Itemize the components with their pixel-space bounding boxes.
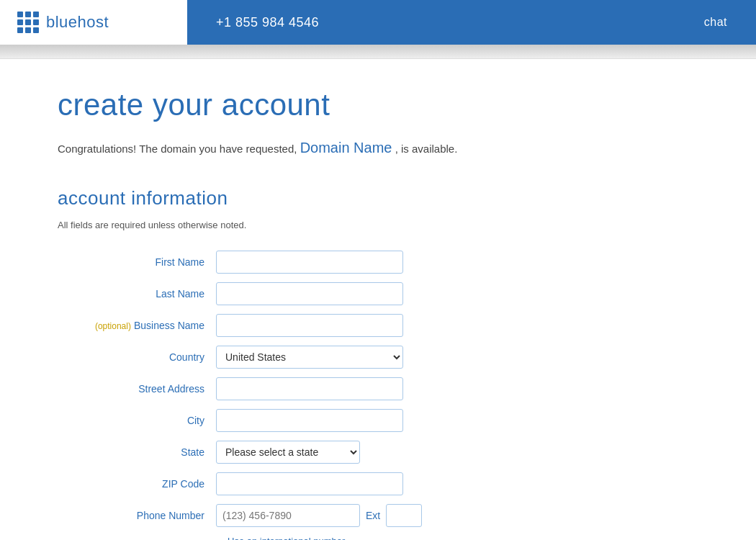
country-label: Country — [58, 351, 216, 363]
domain-notice-prefix: Congratulations! The domain you have req… — [58, 143, 297, 155]
country-select[interactable]: United States Canada United Kingdom Aust… — [216, 346, 403, 369]
ext-input[interactable] — [386, 504, 422, 527]
street-address-label: Street Address — [58, 383, 216, 395]
business-name-label: (optional)Business Name — [58, 320, 216, 331]
street-address-input[interactable] — [216, 377, 403, 400]
chat-button[interactable]: chat — [675, 16, 756, 29]
first-name-label: First Name — [58, 256, 216, 268]
zip-input[interactable] — [216, 472, 403, 495]
state-select[interactable]: Please select a state AlabamaAlaskaArizo… — [216, 441, 360, 464]
last-name-row: Last Name — [58, 282, 590, 305]
section-title: account information — [58, 187, 590, 210]
page-title: create your account — [58, 88, 590, 122]
optional-tag: (optional) — [95, 321, 131, 331]
phone-inputs: Ext — [216, 504, 422, 527]
header-phone: +1 855 984 4546 — [187, 15, 348, 30]
zip-row: ZIP Code — [58, 472, 590, 495]
phone-label: Phone Number — [58, 510, 216, 521]
logo-text: bluehost — [46, 13, 109, 32]
phone-input[interactable] — [216, 504, 360, 527]
business-name-row: (optional)Business Name — [58, 314, 590, 337]
domain-notice: Congratulations! The domain you have req… — [58, 137, 590, 158]
last-name-input[interactable] — [216, 282, 403, 305]
domain-name-highlight: Domain Name — [300, 140, 392, 156]
first-name-input[interactable] — [216, 251, 403, 274]
ext-label: Ext — [366, 510, 380, 521]
zip-label: ZIP Code — [58, 478, 216, 490]
state-row: State Please select a state AlabamaAlask… — [58, 441, 590, 464]
logo-area: bluehost — [0, 0, 187, 45]
street-address-row: Street Address — [58, 377, 590, 400]
first-name-row: First Name — [58, 251, 590, 274]
main-content: create your account Congratulations! The… — [0, 59, 648, 540]
city-label: City — [58, 415, 216, 426]
phone-row: Phone Number Ext — [58, 504, 590, 527]
header: bluehost +1 855 984 4546 chat — [0, 0, 756, 45]
last-name-label: Last Name — [58, 288, 216, 300]
banner-image — [0, 45, 756, 59]
state-label: State — [58, 446, 216, 458]
domain-notice-suffix: , is available. — [395, 143, 458, 155]
international-number-link[interactable]: Use an international number — [228, 536, 590, 540]
city-row: City — [58, 409, 590, 432]
logo-grid-icon — [17, 12, 39, 33]
business-name-input[interactable] — [216, 314, 403, 337]
city-input[interactable] — [216, 409, 403, 432]
fields-note: All fields are required unless otherwise… — [58, 220, 590, 230]
country-row: Country United States Canada United King… — [58, 346, 590, 369]
